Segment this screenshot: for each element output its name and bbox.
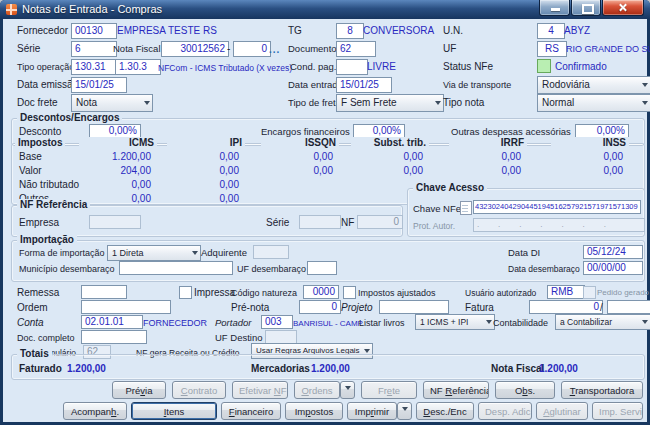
outras-despesas-field[interactable]: 0,00% — [575, 124, 629, 138]
valor-ipi: 0,00 — [167, 165, 239, 177]
remessa-field[interactable] — [81, 285, 127, 299]
imprimir-dropdown-button[interactable] — [397, 402, 412, 420]
tipo-operacao-field1[interactable]: 130.31 — [71, 59, 117, 75]
base-ipi: 0,00 — [167, 151, 239, 163]
tipo-operacao-field2[interactable]: 1.30.3 — [115, 59, 161, 75]
portador-field[interactable]: 003 — [261, 315, 293, 329]
documento-label: Documento — [288, 43, 337, 55]
cond-pag-field[interactable] — [336, 59, 368, 75]
un-field[interactable]: 4 — [537, 23, 565, 39]
app-window: Notas de Entrada - Compras Fornecedor 00… — [0, 0, 650, 425]
valor-icms: 204,00 — [79, 165, 151, 177]
minimize-icon — [551, 8, 560, 11]
fatura-field2[interactable] — [607, 300, 650, 314]
chave-nfe-field[interactable]: 432302404290445194516257921571971571309 — [473, 200, 641, 214]
close-button[interactable] — [602, 0, 644, 16]
usuario-autorizado-label: Usuário autorizado — [465, 287, 536, 299]
impostos-button[interactable]: Impostos — [285, 402, 343, 420]
tipo-nota-value: Normal — [542, 96, 642, 110]
desconto-field[interactable]: 0,00% — [89, 124, 141, 138]
data-entrada-label: Data entrada — [288, 79, 343, 91]
imprimir-button[interactable]: Imprimir — [347, 402, 397, 420]
fatura-sep: / — [600, 302, 603, 314]
listar-livros-value: 1 ICMS + IPI — [420, 315, 486, 329]
fatura-field[interactable]: 0 — [529, 300, 603, 314]
nf-ref-nf-label: NF — [341, 217, 354, 229]
data-emissao-field[interactable]: 15/01/25 — [71, 77, 127, 93]
conta-field[interactable]: 02.01.01 — [81, 315, 143, 329]
data-desembaraco-field[interactable]: 00/00/00 — [583, 261, 643, 275]
impressa-checkbox[interactable] — [179, 286, 192, 299]
nf-referencia-button[interactable]: NF Referência — [423, 381, 489, 399]
impostos-col-icms: ICMS — [79, 137, 157, 149]
itens-button[interactable]: Itens — [131, 402, 217, 420]
tg-field[interactable]: 8 — [336, 23, 364, 39]
obs-button[interactable]: Obs. — [495, 381, 555, 399]
maximize-button[interactable] — [571, 0, 601, 16]
un-name: ABYZ — [564, 25, 590, 37]
ordem-label: Ordem — [17, 302, 48, 314]
pedido-gerado-label: Pedido gerado — [597, 287, 649, 299]
nota-fiscal-field[interactable]: 30012562 — [161, 41, 229, 57]
button-label-part: F — [281, 385, 287, 396]
uf-desembaraco-label: UF desembaraço — [237, 263, 306, 275]
frete-button: Frete — [361, 381, 417, 399]
button-label-part: O — [301, 385, 308, 396]
serie-field[interactable]: 6 — [71, 41, 117, 57]
impostos-ajustados-checkbox[interactable] — [343, 286, 356, 299]
doc-frete-value: Nota — [76, 96, 144, 110]
remessa-label: Remessa — [17, 287, 59, 299]
prot-autor-field: . . . . . . . — [473, 218, 645, 232]
tipo-frete-select[interactable]: F Sem Frete — [336, 94, 444, 112]
encargos-field[interactable]: 0,00% — [353, 124, 405, 138]
desc-enc-button[interactable]: Desc./Enc — [416, 402, 474, 420]
listar-livros-select[interactable]: 1 ICMS + IPI — [415, 314, 495, 330]
projeto-field[interactable] — [379, 300, 449, 314]
impostos-col-ipi: IPI — [167, 137, 245, 149]
forma-importacao-select[interactable]: 1 Direta — [107, 245, 201, 261]
acompanh-button[interactable]: Acompanh. — [63, 402, 127, 420]
button-label-part: glutinar — [550, 406, 581, 417]
adquirente-label: Adquirente — [201, 247, 247, 259]
title-bar[interactable]: Notas de Entrada - Compras — [0, 0, 650, 19]
financeiro-button[interactable]: Financeiro — [221, 402, 281, 420]
valor-issqn: 0,00 — [261, 165, 333, 177]
listar-livros-label: Listar livros — [359, 317, 405, 329]
button-label-part: C — [181, 385, 188, 396]
impostos-col-issqn: ISSQN — [261, 137, 339, 149]
doc-frete-select[interactable]: Nota — [71, 94, 153, 112]
data-emissao-label: Data emissão — [17, 79, 78, 91]
data-di-field[interactable]: 05/12/24 — [583, 245, 643, 259]
document-icon[interactable] — [460, 201, 472, 215]
button-label-part: rdens — [309, 385, 333, 396]
transportadora-button[interactable]: Transportadora — [561, 381, 643, 399]
data-entrada-field[interactable]: 15/01/25 — [336, 77, 392, 93]
tipo-nota-select[interactable]: Normal — [537, 94, 650, 112]
previa-button[interactable]: Prévia — [112, 381, 166, 399]
button-label-part: Imp — [355, 406, 371, 417]
fornecedor-field[interactable]: 00130 — [71, 23, 117, 39]
nota-fiscal-dash: - — [227, 43, 230, 55]
button-label-part: ransportadora — [575, 385, 634, 396]
municipio-desembaraco-field[interactable] — [119, 261, 233, 275]
pre-nota-field[interactable]: 0 — [299, 300, 341, 314]
contabilidade-select[interactable]: a Contabilizar — [555, 314, 650, 330]
documento-field[interactable]: 62 — [336, 41, 376, 57]
uf-desembaraco-field[interactable] — [307, 261, 337, 275]
minimize-button[interactable] — [539, 0, 570, 16]
nf-referencia-title: NF Referência — [17, 199, 90, 211]
uf-field[interactable]: RS — [537, 41, 567, 57]
via-transporte-select[interactable]: Rodoviária — [537, 76, 650, 94]
usuario-autorizado-field[interactable]: RMB — [547, 285, 585, 299]
impostos-row-valor-label: Valor — [19, 165, 42, 177]
codigo-natureza-label: Código natureza — [231, 287, 297, 299]
nota-fiscal-more-button[interactable]: ... — [269, 44, 280, 56]
ordens-dropdown-button[interactable] — [340, 381, 355, 399]
nota-fiscal-field2[interactable]: 0 — [233, 41, 271, 57]
doc-completo-field[interactable] — [81, 330, 147, 344]
codigo-natureza-field[interactable]: 0000 — [303, 285, 339, 299]
nao-tributado-ipi: 0,00 — [167, 179, 239, 191]
button-label-part: tens — [166, 406, 184, 417]
ordem-field[interactable] — [81, 300, 171, 314]
faturado-label: Faturado — [19, 363, 62, 375]
